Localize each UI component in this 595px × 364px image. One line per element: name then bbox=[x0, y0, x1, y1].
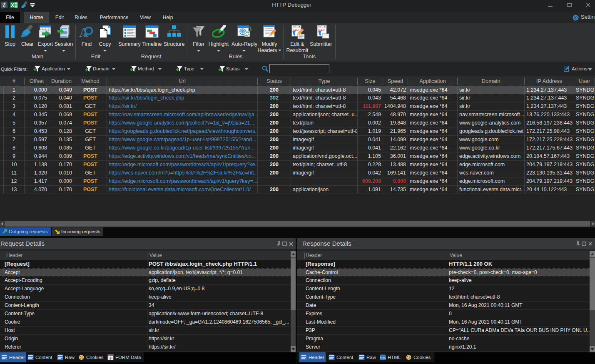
svg-text:HTML: HTML bbox=[380, 357, 386, 359]
svg-text:X: X bbox=[11, 2, 14, 8]
